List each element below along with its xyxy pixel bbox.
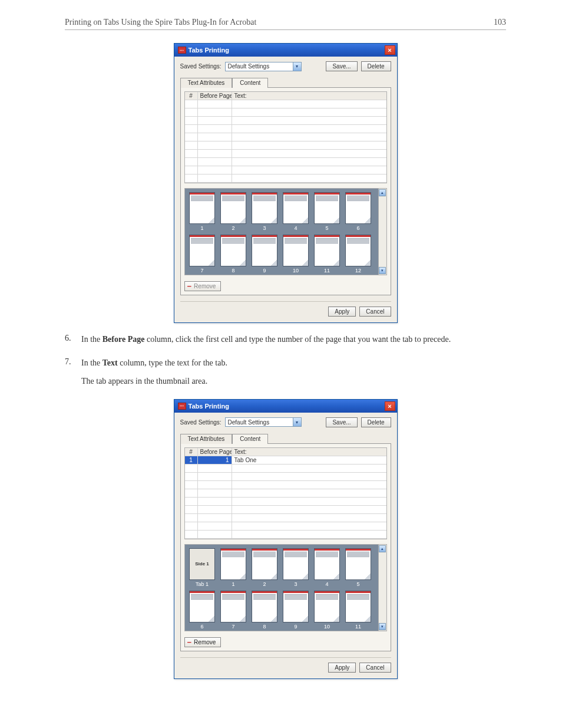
scroll-up-icon[interactable]: ▴ (379, 545, 386, 552)
thumbnail-page[interactable]: 5 (313, 192, 341, 231)
cell-n[interactable] (185, 489, 198, 498)
cell-before-page[interactable] (198, 158, 232, 166)
cell-before-page[interactable] (198, 166, 232, 174)
cell-n[interactable] (185, 150, 198, 158)
table-row[interactable] (185, 174, 386, 183)
thumbnail-page[interactable]: 1 (220, 548, 247, 587)
cell-before-page[interactable] (198, 498, 232, 506)
table-row[interactable] (185, 100, 386, 108)
cell-n[interactable] (185, 133, 198, 141)
cell-before-page[interactable] (198, 125, 232, 133)
apply-button[interactable]: Apply (328, 307, 356, 317)
table-row[interactable] (185, 141, 386, 150)
thumbnail-page[interactable]: 6 (345, 192, 372, 231)
scroll-down-icon[interactable]: ▾ (379, 623, 386, 630)
thumbnail-page[interactable]: 9 (282, 591, 310, 630)
cell-before-page[interactable] (198, 489, 232, 498)
tab-text-attributes[interactable]: Text Attributes (180, 78, 233, 88)
cell-n[interactable] (185, 498, 198, 506)
cell-n[interactable] (185, 141, 198, 150)
close-icon[interactable]: × (385, 401, 395, 411)
table-row[interactable]: 11Tab One (185, 456, 386, 465)
thumbnail-page[interactable]: 11 (313, 235, 341, 274)
thumbnail-page[interactable]: 11 (345, 591, 372, 630)
cell-text[interactable] (232, 522, 386, 531)
cell-text[interactable] (232, 108, 386, 117)
thumbnail-page[interactable]: 3 (251, 192, 279, 231)
scrollbar[interactable]: ▴ ▾ (378, 545, 386, 631)
cell-before-page[interactable] (198, 174, 232, 183)
table-row[interactable] (185, 489, 386, 498)
col-n[interactable]: # (185, 92, 198, 100)
table-row[interactable] (185, 465, 386, 473)
cell-before-page[interactable] (198, 481, 232, 489)
save-button[interactable]: Save... (326, 61, 357, 71)
thumbnail-page[interactable]: 2 (220, 192, 247, 231)
cancel-button[interactable]: Cancel (359, 307, 391, 317)
cell-before-page[interactable] (198, 506, 232, 514)
cell-text[interactable] (232, 498, 386, 506)
thumbnail-page[interactable]: 8 (220, 235, 247, 274)
cell-n[interactable] (185, 531, 198, 539)
thumbnail-page[interactable]: 5 (345, 548, 372, 587)
cell-n[interactable] (185, 473, 198, 481)
thumbnail-tab[interactable]: Side 1Tab 1 (189, 548, 216, 587)
cell-before-page[interactable]: 1 (198, 456, 232, 465)
thumbnail-page[interactable]: 4 (282, 192, 310, 231)
titlebar[interactable]: ⋯ Tabs Printing × (174, 400, 397, 413)
titlebar[interactable]: ⋯ Tabs Printing × (174, 44, 397, 57)
cell-n[interactable] (185, 117, 198, 125)
cell-before-page[interactable] (198, 514, 232, 522)
cell-n[interactable] (185, 514, 198, 522)
table-row[interactable] (185, 473, 386, 481)
cell-text[interactable] (232, 150, 386, 158)
cell-text[interactable] (232, 514, 386, 522)
tab-content[interactable]: Content (232, 434, 268, 444)
cell-before-page[interactable] (198, 108, 232, 117)
cell-before-page[interactable] (198, 100, 232, 108)
cell-before-page[interactable] (198, 141, 232, 150)
cell-text[interactable] (232, 125, 386, 133)
saved-settings-select[interactable]: Default Settings ▾ (225, 62, 302, 71)
delete-button[interactable]: Delete (361, 61, 391, 71)
cell-text[interactable]: Tab One (232, 456, 386, 465)
tab-text-attributes[interactable]: Text Attributes (180, 434, 233, 444)
cell-n[interactable] (185, 108, 198, 117)
cell-n[interactable] (185, 125, 198, 133)
table-row[interactable] (185, 498, 386, 506)
table-row[interactable] (185, 514, 386, 522)
cell-before-page[interactable] (198, 473, 232, 481)
thumbnail-page[interactable]: 10 (282, 235, 310, 274)
col-n[interactable]: # (185, 448, 198, 456)
cell-before-page[interactable] (198, 522, 232, 531)
thumbnail-page[interactable]: 10 (313, 591, 341, 630)
scroll-track[interactable] (379, 553, 386, 622)
col-before-page[interactable]: Before Page (198, 448, 232, 456)
cell-n[interactable]: 1 (185, 456, 198, 465)
cell-text[interactable] (232, 506, 386, 514)
remove-button[interactable]: − Remove (184, 281, 222, 291)
table-row[interactable] (185, 117, 386, 125)
cell-text[interactable] (232, 158, 386, 166)
table-row[interactable] (185, 125, 386, 133)
cell-n[interactable] (185, 158, 198, 166)
cell-text[interactable] (232, 117, 386, 125)
thumbnail-page[interactable]: 2 (251, 548, 279, 587)
table-row[interactable] (185, 133, 386, 141)
table-row[interactable] (185, 506, 386, 514)
cell-text[interactable] (232, 100, 386, 108)
table-row[interactable] (185, 481, 386, 489)
col-text[interactable]: Text: (232, 448, 386, 456)
cell-n[interactable] (185, 465, 198, 473)
apply-button[interactable]: Apply (328, 663, 356, 673)
cell-before-page[interactable] (198, 133, 232, 141)
table-row[interactable] (185, 522, 386, 531)
cell-text[interactable] (232, 531, 386, 539)
cell-n[interactable] (185, 481, 198, 489)
table-row[interactable] (185, 158, 386, 166)
cell-text[interactable] (232, 481, 386, 489)
scroll-down-icon[interactable]: ▾ (379, 267, 386, 274)
scrollbar[interactable]: ▴ ▾ (378, 189, 386, 275)
scroll-track[interactable] (379, 197, 386, 266)
cell-before-page[interactable] (198, 150, 232, 158)
